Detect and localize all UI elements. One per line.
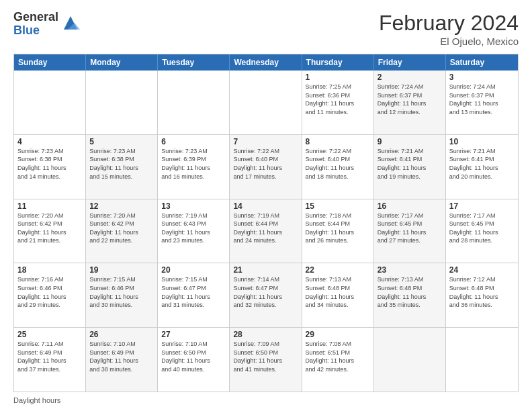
calendar-cell — [14, 71, 86, 134]
calendar-cell: 23Sunrise: 7:13 AM Sunset: 6:48 PM Dayli… — [374, 263, 446, 327]
day-info: Sunrise: 7:25 AM Sunset: 6:36 PM Dayligh… — [306, 83, 370, 116]
day-number: 20 — [161, 265, 226, 275]
day-number: 5 — [89, 137, 154, 146]
day-info: Sunrise: 7:18 AM Sunset: 6:44 PM Dayligh… — [306, 212, 370, 245]
day-header-tuesday: Tuesday — [158, 54, 230, 71]
day-info: Sunrise: 7:13 AM Sunset: 6:48 PM Dayligh… — [306, 275, 370, 309]
day-info: Sunrise: 7:10 AM Sunset: 6:50 PM Dayligh… — [161, 340, 226, 373]
day-info: Sunrise: 7:16 AM Sunset: 6:46 PM Dayligh… — [17, 275, 82, 309]
day-number: 17 — [449, 201, 515, 211]
day-number: 3 — [449, 73, 515, 82]
calendar-week-2: 4Sunrise: 7:23 AM Sunset: 6:38 PM Daylig… — [14, 134, 518, 199]
day-number: 9 — [378, 137, 442, 146]
day-number: 12 — [89, 201, 154, 211]
page: General Blue February 2024 El Ojuelo, Me… — [0, 0, 532, 411]
day-info: Sunrise: 7:11 AM Sunset: 6:49 PM Dayligh… — [17, 340, 82, 373]
calendar-cell: 3Sunrise: 7:24 AM Sunset: 6:37 PM Daylig… — [446, 71, 518, 134]
calendar-cell: 7Sunrise: 7:22 AM Sunset: 6:40 PM Daylig… — [230, 135, 302, 199]
day-header-saturday: Saturday — [446, 54, 518, 71]
calendar-cell: 25Sunrise: 7:11 AM Sunset: 6:49 PM Dayli… — [14, 328, 86, 392]
day-number: 1 — [306, 73, 370, 82]
day-number: 11 — [17, 201, 82, 211]
logo-text: General Blue — [13, 11, 58, 38]
day-info: Sunrise: 7:14 AM Sunset: 6:47 PM Dayligh… — [233, 275, 298, 309]
day-number: 23 — [378, 265, 442, 275]
calendar-cell: 2Sunrise: 7:24 AM Sunset: 6:37 PM Daylig… — [374, 71, 446, 134]
day-info: Sunrise: 7:21 AM Sunset: 6:41 PM Dayligh… — [378, 147, 442, 181]
day-number: 18 — [17, 265, 82, 275]
calendar-week-4: 18Sunrise: 7:16 AM Sunset: 6:46 PM Dayli… — [14, 263, 518, 327]
day-header-friday: Friday — [374, 54, 446, 71]
calendar-cell: 14Sunrise: 7:19 AM Sunset: 6:44 PM Dayli… — [230, 199, 302, 263]
day-info: Sunrise: 7:09 AM Sunset: 6:50 PM Dayligh… — [233, 340, 298, 373]
calendar: SundayMondayTuesdayWednesdayThursdayFrid… — [13, 54, 519, 392]
day-number: 8 — [306, 137, 370, 146]
calendar-cell: 1Sunrise: 7:25 AM Sunset: 6:36 PM Daylig… — [302, 71, 374, 134]
day-info: Sunrise: 7:23 AM Sunset: 6:38 PM Dayligh… — [89, 147, 154, 181]
calendar-body: 1Sunrise: 7:25 AM Sunset: 6:36 PM Daylig… — [14, 71, 518, 392]
day-number: 29 — [306, 330, 370, 339]
day-info: Sunrise: 7:19 AM Sunset: 6:43 PM Dayligh… — [161, 212, 226, 245]
day-header-wednesday: Wednesday — [230, 54, 302, 71]
day-number: 27 — [161, 330, 226, 339]
day-number: 2 — [378, 73, 442, 82]
day-number: 4 — [17, 137, 82, 146]
day-number: 21 — [233, 265, 298, 275]
calendar-cell — [230, 71, 302, 134]
calendar-cell: 13Sunrise: 7:19 AM Sunset: 6:43 PM Dayli… — [158, 199, 230, 263]
calendar-cell: 28Sunrise: 7:09 AM Sunset: 6:50 PM Dayli… — [230, 328, 302, 392]
day-number: 19 — [89, 265, 154, 275]
day-info: Sunrise: 7:12 AM Sunset: 6:48 PM Dayligh… — [449, 275, 515, 309]
calendar-cell — [374, 328, 446, 392]
day-info: Sunrise: 7:23 AM Sunset: 6:38 PM Dayligh… — [17, 147, 82, 181]
day-header-monday: Monday — [86, 54, 158, 71]
footer: Daylight hours — [13, 396, 519, 404]
day-info: Sunrise: 7:22 AM Sunset: 6:40 PM Dayligh… — [233, 147, 298, 181]
day-number: 13 — [161, 201, 226, 211]
day-info: Sunrise: 7:20 AM Sunset: 6:42 PM Dayligh… — [89, 212, 154, 245]
day-number: 16 — [378, 201, 442, 211]
calendar-cell: 17Sunrise: 7:17 AM Sunset: 6:45 PM Dayli… — [446, 199, 518, 263]
calendar-cell — [86, 71, 158, 134]
calendar-cell: 26Sunrise: 7:10 AM Sunset: 6:49 PM Dayli… — [86, 328, 158, 392]
logo: General Blue — [13, 11, 80, 38]
logo-icon — [61, 13, 80, 32]
calendar-cell: 9Sunrise: 7:21 AM Sunset: 6:41 PM Daylig… — [374, 135, 446, 199]
day-info: Sunrise: 7:08 AM Sunset: 6:51 PM Dayligh… — [306, 340, 370, 373]
calendar-cell — [446, 328, 518, 392]
day-number: 14 — [233, 201, 298, 211]
calendar-cell: 10Sunrise: 7:21 AM Sunset: 6:41 PM Dayli… — [446, 135, 518, 199]
calendar-cell: 15Sunrise: 7:18 AM Sunset: 6:44 PM Dayli… — [302, 199, 374, 263]
logo-general: General — [13, 11, 58, 24]
day-header-sunday: Sunday — [14, 54, 86, 71]
calendar-cell: 19Sunrise: 7:15 AM Sunset: 6:46 PM Dayli… — [86, 263, 158, 327]
calendar-week-3: 11Sunrise: 7:20 AM Sunset: 6:42 PM Dayli… — [14, 199, 518, 263]
day-number: 25 — [17, 330, 82, 339]
day-number: 24 — [449, 265, 515, 275]
day-info: Sunrise: 7:23 AM Sunset: 6:39 PM Dayligh… — [161, 147, 226, 181]
calendar-cell: 18Sunrise: 7:16 AM Sunset: 6:46 PM Dayli… — [14, 263, 86, 327]
day-info: Sunrise: 7:15 AM Sunset: 6:47 PM Dayligh… — [161, 275, 226, 309]
day-header-thursday: Thursday — [302, 54, 374, 71]
calendar-cell: 27Sunrise: 7:10 AM Sunset: 6:50 PM Dayli… — [158, 328, 230, 392]
calendar-cell: 6Sunrise: 7:23 AM Sunset: 6:39 PM Daylig… — [158, 135, 230, 199]
calendar-cell: 20Sunrise: 7:15 AM Sunset: 6:47 PM Dayli… — [158, 263, 230, 327]
day-info: Sunrise: 7:22 AM Sunset: 6:40 PM Dayligh… — [306, 147, 370, 181]
day-info: Sunrise: 7:10 AM Sunset: 6:49 PM Dayligh… — [89, 340, 154, 373]
day-info: Sunrise: 7:19 AM Sunset: 6:44 PM Dayligh… — [233, 212, 298, 245]
day-number: 10 — [449, 137, 515, 146]
day-info: Sunrise: 7:17 AM Sunset: 6:45 PM Dayligh… — [449, 212, 515, 245]
calendar-cell: 11Sunrise: 7:20 AM Sunset: 6:42 PM Dayli… — [14, 199, 86, 263]
calendar-cell: 5Sunrise: 7:23 AM Sunset: 6:38 PM Daylig… — [86, 135, 158, 199]
day-info: Sunrise: 7:24 AM Sunset: 6:37 PM Dayligh… — [449, 83, 515, 116]
day-info: Sunrise: 7:17 AM Sunset: 6:45 PM Dayligh… — [378, 212, 442, 245]
day-number: 15 — [306, 201, 370, 211]
header: General Blue February 2024 El Ojuelo, Me… — [13, 11, 519, 47]
day-info: Sunrise: 7:20 AM Sunset: 6:42 PM Dayligh… — [17, 212, 82, 245]
month-title: February 2024 — [379, 11, 519, 36]
subtitle: El Ojuelo, Mexico — [379, 36, 519, 47]
calendar-cell — [158, 71, 230, 134]
calendar-cell: 8Sunrise: 7:22 AM Sunset: 6:40 PM Daylig… — [302, 135, 374, 199]
day-number: 7 — [233, 137, 298, 146]
day-info: Sunrise: 7:24 AM Sunset: 6:37 PM Dayligh… — [378, 83, 442, 116]
